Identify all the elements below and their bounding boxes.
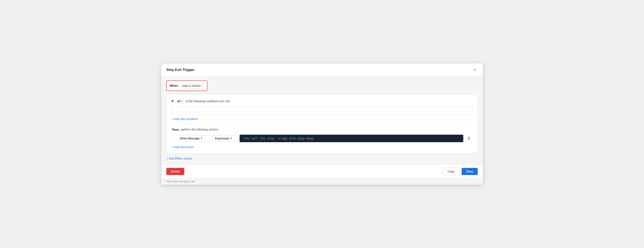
rule-section: If all ▾ of the following conditions are… — [166, 94, 478, 153]
then-desc: perform the following actions: — [181, 128, 219, 131]
divider — [172, 124, 472, 125]
all-dropdown-label: all — [177, 99, 180, 103]
add-ifthen-container: + Add if/then clause — [166, 157, 478, 160]
chevron-down-icon: ▾ — [231, 137, 232, 140]
delete-action-button[interactable]: 🗑 — [465, 135, 472, 141]
condition-text: of the following conditions are met: — [186, 99, 230, 103]
then-row: Then perform the following actions: — [172, 128, 472, 131]
add-ifthen-button[interactable]: + Add if/then clause — [166, 157, 192, 160]
when-bar: When step is closed ▾ — [166, 80, 208, 91]
action-type-label: Show Message — [180, 137, 200, 140]
action-type-dropdown[interactable]: Show Message ▾ — [177, 135, 210, 142]
expression-variable-value: App Info.Step Name — [282, 137, 314, 140]
expression-plus-operator: + — [279, 137, 281, 140]
when-label: When — [170, 84, 178, 87]
drag-handle-icon[interactable]: ⋮ — [172, 136, 175, 140]
expression-type-label: Expression — [215, 137, 230, 140]
chevron-down-icon: ▾ — [201, 137, 202, 140]
add-condition-button[interactable]: + Add new condition — [172, 117, 198, 121]
delete-button[interactable]: Delete — [166, 168, 184, 175]
trash-icon: 🗑 — [467, 136, 471, 140]
add-action-button[interactable]: + Add new action — [172, 145, 194, 149]
then-label: Then — [172, 128, 179, 131]
close-button[interactable]: × — [472, 67, 478, 73]
expression-type-dropdown[interactable]: Expression ▾ — [212, 135, 238, 142]
if-row: If all ▾ of the following conditions are… — [172, 99, 472, 104]
all-dropdown[interactable]: all ▾ — [175, 99, 184, 104]
expression-string-value: 'You left the step ' — [242, 137, 278, 140]
modal-body: When step is closed ▾ If all ▾ of the fo… — [161, 76, 483, 165]
modal-footer: Delete Copy Save — [161, 165, 483, 178]
modal-title: Step Exit Trigger — [166, 68, 194, 72]
modal-container: Step Exit Trigger × When step is closed … — [161, 64, 483, 185]
bottom-hint: Runs when the step is left — [161, 178, 483, 185]
expression-editor[interactable]: 'You left the step ' + App Info.Step Nam… — [240, 135, 463, 142]
chevron-down-icon: ▾ — [181, 100, 182, 102]
footer-right: Copy Save — [443, 168, 478, 175]
when-dropdown[interactable]: step is closed ▾ — [180, 83, 204, 88]
copy-button[interactable]: Copy — [443, 168, 459, 175]
if-label: If — [172, 99, 174, 103]
chevron-down-icon: ▾ — [201, 84, 202, 87]
save-button[interactable]: Save — [462, 168, 478, 175]
modal-header: Step Exit Trigger × — [161, 64, 483, 76]
bottom-hint-text: Runs when the step is left — [166, 180, 195, 183]
condition-box — [172, 107, 472, 114]
action-row: ⋮ Show Message ▾ Expression ▾ 'You left … — [172, 135, 472, 142]
when-dropdown-label: step is closed — [182, 84, 200, 87]
